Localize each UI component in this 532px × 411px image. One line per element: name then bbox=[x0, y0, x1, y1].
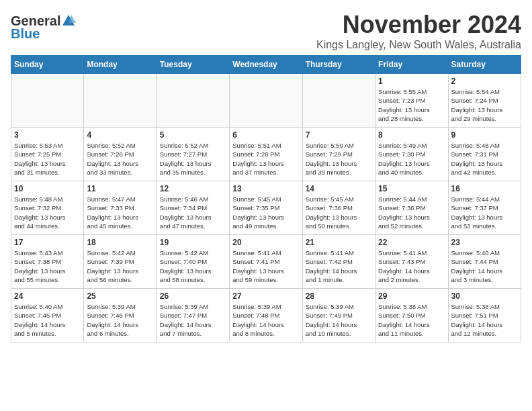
calendar-cell: 17Sunrise: 5:43 AM Sunset: 7:38 PM Dayli… bbox=[11, 235, 84, 289]
day-number: 5 bbox=[160, 130, 226, 140]
day-number: 4 bbox=[87, 130, 153, 140]
day-info: Sunrise: 5:43 AM Sunset: 7:38 PM Dayligh… bbox=[14, 248, 81, 284]
logo-blue: Blue bbox=[11, 26, 40, 42]
day-info: Sunrise: 5:51 AM Sunset: 7:28 PM Dayligh… bbox=[232, 141, 299, 177]
weekday-header: Saturday bbox=[448, 56, 521, 74]
day-info: Sunrise: 5:39 AM Sunset: 7:48 PM Dayligh… bbox=[232, 302, 299, 338]
day-number: 7 bbox=[306, 130, 372, 140]
day-number: 21 bbox=[306, 238, 372, 247]
calendar-cell bbox=[302, 74, 375, 128]
page-header: General Blue November 2024 Kings Langley… bbox=[11, 11, 521, 51]
day-info: Sunrise: 5:45 AM Sunset: 7:35 PM Dayligh… bbox=[232, 195, 299, 230]
day-info: Sunrise: 5:39 AM Sunset: 7:49 PM Dayligh… bbox=[306, 302, 372, 338]
calendar-cell: 5Sunrise: 5:52 AM Sunset: 7:27 PM Daylig… bbox=[157, 128, 229, 181]
day-number: 6 bbox=[232, 130, 299, 140]
calendar-cell: 22Sunrise: 5:41 AM Sunset: 7:43 PM Dayli… bbox=[375, 235, 448, 289]
calendar-cell: 20Sunrise: 5:41 AM Sunset: 7:41 PM Dayli… bbox=[230, 235, 302, 289]
day-number: 27 bbox=[232, 291, 299, 301]
day-info: Sunrise: 5:48 AM Sunset: 7:32 PM Dayligh… bbox=[14, 195, 81, 230]
day-number: 28 bbox=[306, 291, 372, 301]
calendar-cell: 10Sunrise: 5:48 AM Sunset: 7:32 PM Dayli… bbox=[11, 181, 84, 235]
calendar-cell: 23Sunrise: 5:40 AM Sunset: 7:44 PM Dayli… bbox=[448, 235, 521, 289]
calendar-cell: 28Sunrise: 5:39 AM Sunset: 7:49 PM Dayli… bbox=[302, 289, 375, 342]
day-number: 19 bbox=[160, 238, 226, 247]
weekday-header: Sunday bbox=[11, 56, 84, 74]
calendar-week-row: 17Sunrise: 5:43 AM Sunset: 7:38 PM Dayli… bbox=[11, 235, 521, 289]
day-info: Sunrise: 5:50 AM Sunset: 7:29 PM Dayligh… bbox=[306, 141, 372, 177]
day-info: Sunrise: 5:44 AM Sunset: 7:36 PM Dayligh… bbox=[378, 195, 445, 230]
day-number: 18 bbox=[87, 238, 153, 247]
logo-icon bbox=[61, 13, 76, 28]
day-number: 22 bbox=[378, 238, 445, 247]
day-info: Sunrise: 5:46 AM Sunset: 7:34 PM Dayligh… bbox=[160, 195, 226, 230]
calendar-cell: 14Sunrise: 5:45 AM Sunset: 7:36 PM Dayli… bbox=[302, 181, 375, 235]
day-number: 20 bbox=[232, 238, 299, 247]
day-number: 29 bbox=[378, 291, 445, 301]
calendar-cell: 6Sunrise: 5:51 AM Sunset: 7:28 PM Daylig… bbox=[230, 128, 302, 181]
calendar-cell: 4Sunrise: 5:52 AM Sunset: 7:26 PM Daylig… bbox=[84, 128, 157, 181]
weekday-header-row: SundayMondayTuesdayWednesdayThursdayFrid… bbox=[11, 56, 521, 74]
calendar-week-row: 24Sunrise: 5:40 AM Sunset: 7:45 PM Dayli… bbox=[11, 289, 521, 342]
calendar-cell: 26Sunrise: 5:39 AM Sunset: 7:47 PM Dayli… bbox=[157, 289, 229, 342]
day-info: Sunrise: 5:53 AM Sunset: 7:25 PM Dayligh… bbox=[14, 141, 81, 177]
day-info: Sunrise: 5:42 AM Sunset: 7:40 PM Dayligh… bbox=[160, 248, 226, 284]
calendar-cell: 18Sunrise: 5:42 AM Sunset: 7:39 PM Dayli… bbox=[84, 235, 157, 289]
day-number: 1 bbox=[378, 77, 445, 86]
calendar-cell: 19Sunrise: 5:42 AM Sunset: 7:40 PM Dayli… bbox=[157, 235, 229, 289]
day-info: Sunrise: 5:39 AM Sunset: 7:47 PM Dayligh… bbox=[160, 302, 226, 338]
calendar-cell: 25Sunrise: 5:39 AM Sunset: 7:46 PM Dayli… bbox=[84, 289, 157, 342]
day-number: 25 bbox=[87, 291, 153, 301]
calendar-cell: 12Sunrise: 5:46 AM Sunset: 7:34 PM Dayli… bbox=[157, 181, 229, 235]
calendar-cell: 30Sunrise: 5:38 AM Sunset: 7:51 PM Dayli… bbox=[448, 289, 521, 342]
day-number: 23 bbox=[451, 238, 518, 247]
day-number: 17 bbox=[14, 238, 81, 247]
calendar-cell bbox=[230, 74, 302, 128]
calendar-cell: 13Sunrise: 5:45 AM Sunset: 7:35 PM Dayli… bbox=[230, 181, 302, 235]
calendar-cell: 29Sunrise: 5:38 AM Sunset: 7:50 PM Dayli… bbox=[375, 289, 448, 342]
day-info: Sunrise: 5:48 AM Sunset: 7:31 PM Dayligh… bbox=[451, 141, 518, 177]
weekday-header: Friday bbox=[375, 56, 448, 74]
day-info: Sunrise: 5:40 AM Sunset: 7:44 PM Dayligh… bbox=[451, 248, 518, 284]
day-info: Sunrise: 5:44 AM Sunset: 7:37 PM Dayligh… bbox=[451, 195, 518, 230]
day-info: Sunrise: 5:41 AM Sunset: 7:43 PM Dayligh… bbox=[378, 248, 445, 284]
calendar-table: SundayMondayTuesdayWednesdayThursdayFrid… bbox=[11, 55, 521, 342]
day-info: Sunrise: 5:52 AM Sunset: 7:26 PM Dayligh… bbox=[87, 141, 153, 177]
calendar-cell bbox=[11, 74, 84, 128]
day-info: Sunrise: 5:41 AM Sunset: 7:41 PM Dayligh… bbox=[232, 248, 299, 284]
weekday-header: Monday bbox=[84, 56, 157, 74]
calendar-cell: 7Sunrise: 5:50 AM Sunset: 7:29 PM Daylig… bbox=[302, 128, 375, 181]
calendar-cell: 3Sunrise: 5:53 AM Sunset: 7:25 PM Daylig… bbox=[11, 128, 84, 181]
calendar-cell: 24Sunrise: 5:40 AM Sunset: 7:45 PM Dayli… bbox=[11, 289, 84, 342]
day-info: Sunrise: 5:47 AM Sunset: 7:33 PM Dayligh… bbox=[87, 195, 153, 230]
day-info: Sunrise: 5:38 AM Sunset: 7:51 PM Dayligh… bbox=[451, 302, 518, 338]
day-info: Sunrise: 5:54 AM Sunset: 7:24 PM Dayligh… bbox=[451, 87, 518, 123]
calendar-cell: 8Sunrise: 5:49 AM Sunset: 7:30 PM Daylig… bbox=[375, 128, 448, 181]
day-info: Sunrise: 5:49 AM Sunset: 7:30 PM Dayligh… bbox=[378, 141, 445, 177]
day-number: 8 bbox=[378, 130, 445, 140]
calendar-cell: 11Sunrise: 5:47 AM Sunset: 7:33 PM Dayli… bbox=[84, 181, 157, 235]
calendar-cell: 1Sunrise: 5:55 AM Sunset: 7:23 PM Daylig… bbox=[375, 74, 448, 128]
calendar-week-row: 1Sunrise: 5:55 AM Sunset: 7:23 PM Daylig… bbox=[11, 74, 521, 128]
month-title: November 2024 bbox=[76, 11, 521, 39]
day-number: 30 bbox=[451, 291, 518, 301]
title-area: November 2024 Kings Langley, New South W… bbox=[76, 11, 521, 51]
day-number: 9 bbox=[451, 130, 518, 140]
day-info: Sunrise: 5:38 AM Sunset: 7:50 PM Dayligh… bbox=[378, 302, 445, 338]
day-info: Sunrise: 5:40 AM Sunset: 7:45 PM Dayligh… bbox=[14, 302, 81, 338]
weekday-header: Wednesday bbox=[230, 56, 302, 74]
calendar-week-row: 3Sunrise: 5:53 AM Sunset: 7:25 PM Daylig… bbox=[11, 128, 521, 181]
day-number: 26 bbox=[160, 291, 226, 301]
calendar-cell: 27Sunrise: 5:39 AM Sunset: 7:48 PM Dayli… bbox=[230, 289, 302, 342]
day-info: Sunrise: 5:41 AM Sunset: 7:42 PM Dayligh… bbox=[306, 248, 372, 284]
day-info: Sunrise: 5:39 AM Sunset: 7:46 PM Dayligh… bbox=[87, 302, 153, 338]
day-info: Sunrise: 5:52 AM Sunset: 7:27 PM Dayligh… bbox=[160, 141, 226, 177]
weekday-header: Thursday bbox=[302, 56, 375, 74]
day-number: 13 bbox=[232, 184, 299, 193]
day-number: 14 bbox=[306, 184, 372, 193]
weekday-header: Tuesday bbox=[157, 56, 229, 74]
calendar-cell: 9Sunrise: 5:48 AM Sunset: 7:31 PM Daylig… bbox=[448, 128, 521, 181]
day-number: 11 bbox=[87, 184, 153, 193]
day-number: 12 bbox=[160, 184, 226, 193]
calendar-cell: 2Sunrise: 5:54 AM Sunset: 7:24 PM Daylig… bbox=[448, 74, 521, 128]
calendar-cell: 21Sunrise: 5:41 AM Sunset: 7:42 PM Dayli… bbox=[302, 235, 375, 289]
